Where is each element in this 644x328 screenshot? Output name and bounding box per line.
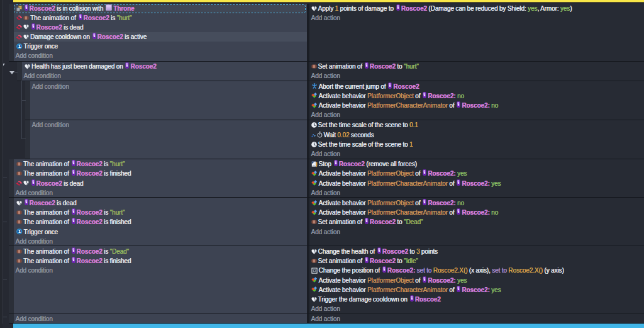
svg-text:1: 1 <box>18 230 21 234</box>
svg-text:1: 1 <box>18 44 21 48</box>
